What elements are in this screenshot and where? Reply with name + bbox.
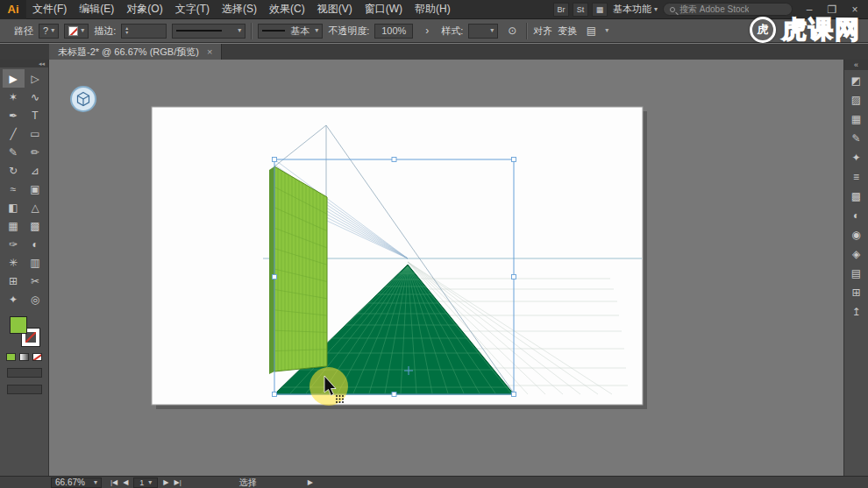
zoom-level-dropdown[interactable]: 66.67% ▾ bbox=[51, 477, 102, 488]
type-tool[interactable]: T bbox=[25, 106, 46, 124]
hand-tool[interactable]: ✦ bbox=[3, 290, 25, 308]
menu-select[interactable]: 选择(S) bbox=[216, 0, 263, 19]
perspective-plane-widget[interactable] bbox=[71, 87, 96, 111]
rotate-tool[interactable]: ↻ bbox=[3, 161, 25, 180]
close-button[interactable]: × bbox=[843, 0, 866, 19]
pen-tool[interactable]: ✒ bbox=[3, 106, 25, 124]
mesh-tool[interactable]: ▦ bbox=[3, 216, 25, 235]
menu-window[interactable]: 窗口(W) bbox=[359, 0, 409, 19]
no-color-icon bbox=[68, 26, 78, 36]
selection-tool[interactable]: ▶ bbox=[3, 69, 25, 88]
transform-label[interactable]: 变换 bbox=[558, 25, 577, 38]
blend-tool[interactable]: ◐ bbox=[25, 235, 46, 253]
direct-selection-tool[interactable]: ▷ bbox=[25, 69, 46, 88]
draw-mode-buttons[interactable] bbox=[7, 368, 42, 378]
chevron-down-icon: ▾ bbox=[148, 479, 152, 486]
gradient-tool[interactable]: ▩ bbox=[25, 216, 46, 235]
prev-artboard-icon[interactable]: ◀ bbox=[123, 478, 128, 486]
menu-help[interactable]: 帮助(H) bbox=[409, 0, 457, 19]
artboard-tool[interactable]: ⊞ bbox=[3, 272, 25, 290]
fill-color-well[interactable]: ? ▾ bbox=[39, 24, 59, 39]
last-artboard-icon[interactable]: ▶| bbox=[174, 478, 181, 486]
magic-wand-tool[interactable]: ✶ bbox=[3, 88, 25, 106]
canvas-area[interactable] bbox=[49, 60, 843, 476]
recolor-artwork-icon[interactable]: ⊙ bbox=[503, 23, 521, 39]
layers-panel-icon[interactable]: ▤ bbox=[847, 265, 866, 282]
green-wall[interactable] bbox=[269, 166, 327, 374]
stepper-icon[interactable]: ▴▾ bbox=[125, 26, 128, 35]
menu-effect[interactable]: 效果(C) bbox=[263, 0, 311, 19]
stroke-panel-icon[interactable]: ≡ bbox=[847, 168, 866, 186]
asset-export-panel-icon[interactable]: ↥ bbox=[847, 303, 866, 321]
expand-panels-icon[interactable]: « bbox=[844, 60, 868, 70]
maximize-button[interactable]: ❐ bbox=[821, 0, 843, 19]
fill-swatch[interactable] bbox=[10, 316, 27, 334]
menu-type[interactable]: 文字(T) bbox=[169, 0, 216, 19]
chevron-down-icon[interactable]: ▾ bbox=[605, 27, 608, 34]
line-segment-tool[interactable]: ╱ bbox=[3, 124, 25, 143]
lasso-tool[interactable]: ∿ bbox=[25, 88, 46, 106]
panel-collapse-icon[interactable]: ◂◂ bbox=[0, 60, 48, 67]
close-icon[interactable]: × bbox=[207, 46, 212, 57]
color-guide-panel-icon[interactable]: ▨ bbox=[847, 91, 866, 109]
screen-mode-button[interactable] bbox=[7, 385, 42, 394]
menu-view[interactable]: 视图(V) bbox=[311, 0, 359, 19]
stroke-color-well[interactable]: ▾ bbox=[64, 24, 89, 39]
panel-grid-icon[interactable]: ▤ bbox=[582, 23, 600, 39]
artboards-panel-icon[interactable]: ⊞ bbox=[847, 284, 866, 301]
column-graph-tool[interactable]: ▥ bbox=[25, 253, 46, 272]
align-label[interactable]: 对齐 bbox=[533, 25, 552, 38]
symbol-sprayer-tool[interactable]: ✳ bbox=[3, 253, 25, 272]
stock-search[interactable]: 搜索 Adobe Stock bbox=[663, 3, 793, 16]
next-artboard-icon[interactable]: ▶ bbox=[163, 478, 168, 486]
color-mode-button[interactable] bbox=[6, 353, 16, 361]
opacity-field[interactable]: 100% bbox=[374, 24, 413, 39]
status-expand-icon[interactable]: ▶ bbox=[308, 478, 313, 486]
current-tool-indicator[interactable]: 选择 bbox=[239, 477, 257, 488]
arrange-documents-icon[interactable]: ▦ bbox=[592, 3, 608, 17]
separator bbox=[526, 23, 528, 39]
first-artboard-icon[interactable]: |◀ bbox=[110, 478, 117, 486]
eyedropper-tool[interactable]: ✑ bbox=[3, 235, 25, 253]
bridge-icon[interactable]: Br bbox=[553, 3, 569, 17]
brush-definition-dropdown[interactable]: 基本 ▾ bbox=[258, 24, 323, 39]
menu-file[interactable]: 文件(F) bbox=[26, 0, 73, 19]
document-tab[interactable]: 未标题-2* @ 66.67% (RGB/预览) × bbox=[49, 44, 222, 60]
artboard-number-field[interactable]: 1 ▾ bbox=[133, 477, 158, 488]
transparency-panel-icon[interactable]: ◐ bbox=[847, 207, 866, 224]
opacity-arrow-icon[interactable]: › bbox=[418, 23, 436, 39]
paintbrush-tool[interactable]: ✎ bbox=[3, 143, 25, 161]
rectangle-tool[interactable]: ▭ bbox=[25, 124, 46, 143]
none-mode-button[interactable] bbox=[32, 353, 42, 361]
graphic-styles-panel-icon[interactable]: ◈ bbox=[847, 245, 866, 263]
width-tool[interactable]: ≈ bbox=[3, 180, 25, 198]
menu-bar: Ai 文件(F) 编辑(E) 对象(O) 文字(T) 选择(S) 效果(C) 视… bbox=[0, 0, 868, 19]
perspective-grid-tool[interactable]: △ bbox=[25, 198, 46, 216]
menu-edit[interactable]: 编辑(E) bbox=[73, 0, 120, 19]
appearance-panel-icon[interactable]: ◉ bbox=[847, 226, 866, 244]
workspace-switcher[interactable]: 基本功能 ▾ bbox=[613, 3, 658, 16]
shape-builder-tool[interactable]: ◧ bbox=[3, 198, 25, 216]
separator bbox=[251, 23, 253, 39]
menu-object[interactable]: 对象(O) bbox=[120, 0, 168, 19]
handle-top-left bbox=[273, 158, 277, 162]
width-profile-dropdown[interactable]: ▾ bbox=[172, 24, 245, 39]
minimize-button[interactable]: – bbox=[798, 0, 821, 19]
slice-tool[interactable]: ✂ bbox=[25, 272, 46, 290]
chevron-down-icon: ▾ bbox=[51, 27, 54, 34]
zoom-tool[interactable]: ◎ bbox=[25, 290, 46, 308]
scale-tool[interactable]: ⊿ bbox=[25, 161, 46, 180]
free-transform-tool[interactable]: ▣ bbox=[25, 180, 46, 198]
handle-top-right bbox=[512, 158, 516, 162]
symbols-panel-icon[interactable]: ✦ bbox=[847, 149, 866, 166]
pencil-tool[interactable]: ✏ bbox=[25, 143, 46, 161]
style-dropdown[interactable]: ▾ bbox=[468, 24, 498, 39]
color-panel-icon[interactable]: ◩ bbox=[847, 72, 866, 89]
brushes-panel-icon[interactable]: ✎ bbox=[847, 130, 866, 147]
gradient-mode-button[interactable] bbox=[19, 353, 29, 361]
stock-icon[interactable]: St bbox=[573, 3, 588, 17]
handle-bottom-left bbox=[273, 393, 277, 397]
gradient-panel-icon[interactable]: ▩ bbox=[847, 187, 866, 205]
stroke-width-field[interactable]: ▴▾ bbox=[121, 24, 167, 39]
swatches-panel-icon[interactable]: ▦ bbox=[847, 110, 866, 128]
